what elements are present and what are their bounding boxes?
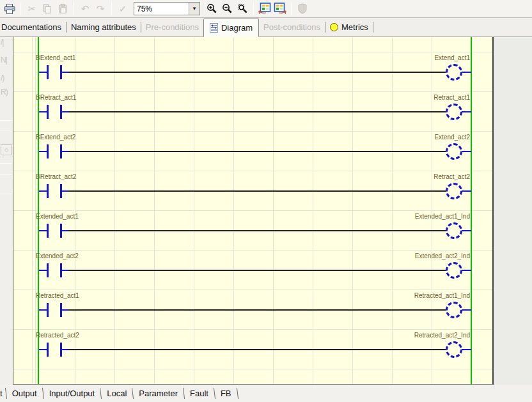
coil-label[interactable]: Extend_act1	[434, 54, 470, 61]
undo-icon: ↶	[78, 2, 92, 16]
import-table-icon[interactable]	[258, 2, 272, 16]
tab-label: Documentations	[1, 22, 61, 32]
coil-label[interactable]: Retracted_act1_Ind	[414, 292, 470, 299]
tab-local[interactable]: Local	[101, 385, 132, 402]
toolbar-separator	[74, 3, 74, 15]
contact-symbol[interactable]	[47, 343, 49, 357]
ladder-rung: BExtend_act1 Extend_act1	[13, 52, 494, 91]
zoom-level-combo: ▼	[134, 2, 200, 15]
contact-symbol[interactable]	[47, 224, 49, 238]
tab-label: Metrics	[341, 22, 368, 32]
ladder-canvas[interactable]: BExtend_act1 Extend_act1 BRetract_act1 R…	[13, 37, 494, 385]
toolbar-separator	[111, 3, 112, 15]
confirm-icon: ✓	[116, 2, 130, 16]
tab-label: FB	[221, 389, 231, 398]
palette-separator	[0, 174, 12, 174]
tab-metrics[interactable]: Metrics	[325, 18, 373, 36]
tab-label: Local	[107, 389, 127, 398]
palette-button[interactable]: ◇	[1, 144, 12, 155]
wire-segment	[462, 309, 471, 311]
tab-label: Fault	[190, 389, 208, 398]
contact-symbol[interactable]	[47, 105, 49, 119]
coil-symbol[interactable]	[446, 262, 462, 279]
wire-segment	[68, 72, 446, 73]
contact-label[interactable]: BRetract_act2	[36, 173, 76, 180]
contact-symbol[interactable]	[47, 144, 49, 158]
contact-label[interactable]: Retracted_act2	[36, 332, 79, 339]
wire-segment	[68, 230, 446, 231]
tab-label: Output	[12, 389, 37, 398]
palette-separator	[0, 194, 12, 194]
tab-post-conditions: Post-conditions	[259, 18, 325, 36]
toolbar-separator	[291, 3, 292, 15]
wire-segment	[62, 111, 68, 112]
palette-separator	[0, 120, 12, 121]
wire-segment	[39, 309, 47, 311]
tab-input-output[interactable]: Input/Output	[43, 385, 101, 402]
coil-symbol[interactable]	[446, 302, 462, 318]
validate-icon	[295, 2, 309, 16]
wire-segment	[462, 151, 471, 152]
contact-label[interactable]: Extended_act2	[36, 252, 79, 259]
wire-segment	[68, 190, 446, 192]
zoom-combo-dropdown-button[interactable]: ▼	[189, 3, 199, 15]
tab-label: t	[0, 389, 3, 398]
tab-label: Post-conditions	[263, 22, 320, 32]
diagram-icon	[210, 23, 218, 33]
wire-segment	[462, 230, 471, 231]
wire-segment	[39, 349, 47, 350]
workspace-filler	[494, 37, 532, 385]
chevron-down-icon: ▼	[192, 6, 197, 12]
contact-label[interactable]: BRetract_act1	[36, 94, 76, 101]
coil-label[interactable]: Retracted_act2_Ind	[414, 332, 470, 339]
coil-label[interactable]: Retract_act2	[434, 173, 470, 180]
zoom-fit-icon[interactable]	[235, 2, 249, 16]
wire-segment	[39, 111, 47, 112]
wire-segment	[62, 190, 68, 192]
coil-label[interactable]: Extended_act2_Ind	[415, 252, 470, 259]
cut-icon: ✂	[25, 2, 39, 16]
coil-symbol[interactable]	[446, 64, 462, 81]
contact-symbol[interactable]	[47, 263, 49, 277]
contact-label[interactable]: Retracted_act1	[36, 292, 79, 299]
tab-fault[interactable]: Fault	[184, 385, 214, 402]
main-toolbar: ✂ ↶ ↷ ✓ ▼	[0, 0, 532, 18]
coil-symbol[interactable]	[446, 222, 462, 239]
coil-symbol[interactable]	[446, 143, 462, 160]
tab-pre-conditions: Pre-conditions	[141, 18, 203, 36]
toolbar-separator	[20, 3, 21, 15]
zoom-level-input[interactable]	[134, 4, 189, 13]
tab-label: Parameter	[139, 389, 178, 398]
zoom-out-icon[interactable]	[220, 2, 234, 16]
wire-segment	[462, 111, 471, 112]
coil-symbol[interactable]	[446, 104, 462, 120]
palette-separator	[0, 130, 12, 130]
wire-segment	[462, 270, 471, 271]
zoom-in-icon[interactable]	[205, 2, 219, 16]
tab-output[interactable]: Output	[6, 385, 43, 402]
contact-label[interactable]: Extended_act1	[36, 213, 79, 220]
coil-label[interactable]: Retract_act1	[434, 94, 470, 101]
tab-fb[interactable]: FB	[215, 385, 237, 402]
tab-documentations[interactable]: Documentations	[0, 18, 66, 36]
wire-segment	[62, 270, 68, 271]
coil-label[interactable]: Extend_act2	[434, 134, 470, 141]
contact-symbol[interactable]	[47, 303, 49, 317]
coil-label[interactable]: Extended_act1_Ind	[415, 213, 470, 220]
ladder-rung: BRetract_act2 Retract_act2	[13, 171, 494, 210]
contact-symbol[interactable]	[47, 65, 49, 79]
paste-icon	[56, 2, 70, 16]
contact-label[interactable]: BExtend_act2	[36, 134, 75, 141]
coil-symbol[interactable]	[446, 341, 462, 358]
tab-parameter[interactable]: Parameter	[133, 385, 184, 402]
print-icon[interactable]	[3, 2, 17, 16]
wire-segment	[462, 349, 471, 350]
contact-label[interactable]: BExtend_act1	[36, 54, 75, 61]
coil-symbol[interactable]	[446, 183, 462, 199]
export-table-icon[interactable]	[273, 2, 287, 16]
tab-naming-attributes[interactable]: Naming attributes	[66, 18, 141, 36]
metrics-circle-icon	[330, 23, 338, 31]
contact-symbol[interactable]	[47, 184, 49, 198]
wire-segment	[62, 72, 68, 73]
tab-diagram[interactable]: Diagram	[203, 19, 259, 37]
